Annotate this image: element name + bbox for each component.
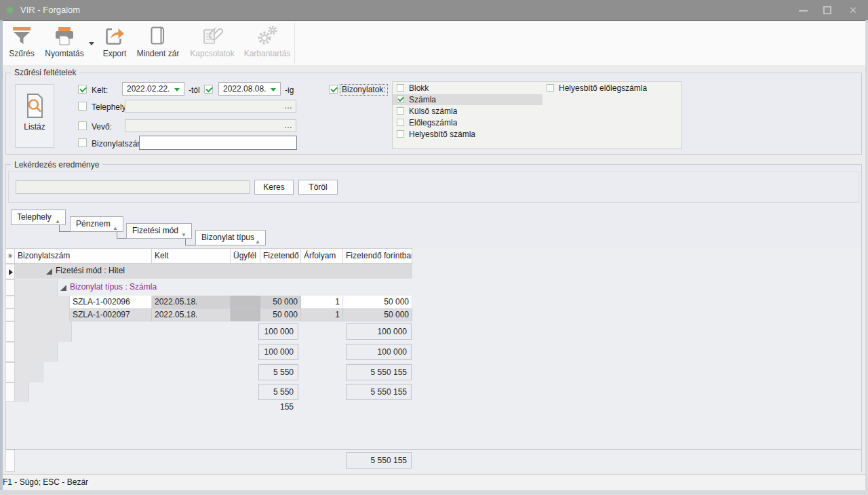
main-toolbar: Szűrés Nyomtatás Export Mindent xyxy=(0,20,868,65)
search-button[interactable]: Keres xyxy=(254,180,294,195)
cell-arfolyam[interactable]: 1 xyxy=(301,296,343,309)
status-bar: F1 - Súgó; ESC - Bezár xyxy=(0,474,868,490)
print-dropdown-arrow-icon[interactable] xyxy=(89,42,94,45)
export-button[interactable]: Export xyxy=(98,23,131,64)
date-from-value: 2022.02.22. xyxy=(127,84,170,94)
export-icon xyxy=(98,23,131,49)
grand-total-sum: 5 550 155 xyxy=(346,452,412,469)
group-indent xyxy=(15,309,70,321)
group-footer-sum: 100 000 xyxy=(258,344,298,360)
option-helyesbito-szamla-checkbox[interactable] xyxy=(397,130,404,138)
cell-arfolyam[interactable]: 1 xyxy=(301,309,343,321)
groupby-connector xyxy=(185,239,195,245)
row-indicator-cell xyxy=(5,296,15,309)
search-document-icon xyxy=(16,93,54,121)
telephely-checkbox[interactable] xyxy=(78,102,87,111)
column-header-kelt[interactable]: Kelt xyxy=(152,248,231,264)
bizonylatszam-checkbox[interactable] xyxy=(78,138,87,147)
to-suffix-label: -ig xyxy=(285,85,294,95)
clear-button[interactable]: Töröl xyxy=(298,180,338,195)
group-footer-sum: 5 550 155 xyxy=(258,364,298,380)
results-groupbox-title: Lekérdezés eredménye xyxy=(11,160,102,170)
ellipsis-button[interactable]: … xyxy=(284,120,293,132)
cell-forintban[interactable]: 50 000 xyxy=(343,296,412,309)
close-all-button[interactable]: Mindent zár xyxy=(134,23,182,64)
bizonylatok-checkbox[interactable] xyxy=(329,85,338,94)
toolbar-separator xyxy=(294,22,295,64)
kelt-label: Kelt: xyxy=(92,85,108,95)
groupby-penznem[interactable]: Pénznem ▲ xyxy=(70,216,123,232)
row-indicator-cell xyxy=(5,342,15,362)
minimize-button[interactable] xyxy=(799,10,808,12)
focused-row-arrow-icon xyxy=(9,269,13,275)
group-indent xyxy=(15,321,72,342)
groupby-connector xyxy=(117,232,126,239)
row-indicator-cell xyxy=(5,264,15,279)
ellipsis-button[interactable]: … xyxy=(284,100,293,112)
vevo-checkbox[interactable] xyxy=(78,121,87,130)
list-button[interactable]: Listáz xyxy=(15,84,54,148)
option-label[interactable]: Előlegszámla xyxy=(409,118,457,127)
filter-groupbox-title: Szűrési feltételek xyxy=(11,68,79,77)
bizonylatszam-label: Bizonylatszám: xyxy=(92,139,146,148)
column-header-fizetendo-forintban[interactable]: Fizetendő forintban xyxy=(343,248,412,264)
row-indicator-cell xyxy=(5,279,15,296)
book-icon xyxy=(134,23,182,49)
kelt-checkbox[interactable] xyxy=(78,85,87,94)
cell-forintban[interactable]: 50 000 xyxy=(343,309,412,321)
column-header-fizetendo[interactable]: Fizetendő xyxy=(260,248,301,264)
option-label[interactable]: Számla xyxy=(409,95,436,104)
bizonylatszam-input[interactable] xyxy=(139,136,297,150)
cell-bizonylatszam[interactable]: SZLA-1-002097 xyxy=(70,309,152,321)
group-row-caption: Bizonylat típus : Számla xyxy=(70,282,157,292)
date-from-combo[interactable]: 2022.02.22. xyxy=(122,82,184,96)
cell-kelt[interactable]: 2022.05.18. xyxy=(152,309,231,321)
group-footer-sum: 5 550 155 xyxy=(346,364,412,380)
groupby-telephely[interactable]: Telephely ▲ xyxy=(11,210,66,225)
option-kulso-szamla-checkbox[interactable] xyxy=(397,107,404,115)
option-label[interactable]: Blokk xyxy=(409,83,429,93)
option-blokk-checkbox[interactable] xyxy=(397,84,404,92)
cell-fizetendo[interactable]: 50 000 xyxy=(260,309,301,321)
option-label[interactable]: Helyesbítő előlegszámla xyxy=(559,83,647,93)
cell-bizonylatszam[interactable]: SZLA-1-002096 xyxy=(70,296,152,309)
gears-icon xyxy=(241,23,294,49)
printer-icon xyxy=(42,23,87,49)
option-elolegszamla-checkbox[interactable] xyxy=(397,119,404,126)
window-title: VIR - Forgalom xyxy=(20,5,80,15)
groupby-bizonylat-tipus[interactable]: Bizonylat típus ▲ xyxy=(195,230,266,245)
from-suffix-label: -tól xyxy=(189,85,200,95)
option-label[interactable]: Helyesbítő számla xyxy=(409,130,475,139)
window-left-border xyxy=(0,20,3,490)
telephely-field[interactable]: … xyxy=(125,100,296,113)
group-row-caption: Fizetési mód : Hitel xyxy=(56,266,125,275)
row-indicator-header-star-icon: ✳ xyxy=(5,248,15,264)
date-to-combo[interactable]: 2022.08.08. xyxy=(218,82,281,96)
row-indicator-cell xyxy=(5,382,15,402)
option-helyesbito-elolegszamla-checkbox[interactable] xyxy=(547,84,554,92)
grid-footer-separator xyxy=(6,449,861,450)
option-szamla-checkbox[interactable] xyxy=(397,96,404,103)
list-button-label: Listáz xyxy=(16,121,54,133)
cell-fizetendo[interactable]: 50 000 xyxy=(260,296,301,309)
group-indent xyxy=(15,382,29,402)
column-header-bizonylatszam[interactable]: Bizonylatszám xyxy=(15,248,152,264)
cell-ugyfel[interactable] xyxy=(231,309,260,321)
cell-ugyfel[interactable] xyxy=(231,296,260,309)
app-icon: ❋ xyxy=(6,5,14,16)
option-label[interactable]: Külső számla xyxy=(409,106,457,116)
kelt-to-checkbox[interactable] xyxy=(204,85,213,94)
row-indicator-cell xyxy=(5,362,15,382)
close-button[interactable]: × xyxy=(846,2,860,18)
search-input[interactable] xyxy=(16,180,250,194)
groupby-fizetesi-mod[interactable]: Fizetési mód ▼ xyxy=(126,223,192,239)
column-header-ugyfel[interactable]: Ügyfél xyxy=(231,248,260,264)
filter-button[interactable]: Szűrés xyxy=(5,23,38,64)
column-header-arfolyam[interactable]: Árfolyam xyxy=(301,248,343,264)
row-indicator-cell xyxy=(5,450,15,472)
window-bottom-border xyxy=(0,490,868,495)
vevo-field[interactable]: … xyxy=(125,119,296,132)
maximize-button[interactable] xyxy=(823,6,831,14)
cell-kelt[interactable]: 2022.05.18. xyxy=(152,296,231,309)
print-button[interactable]: Nyomtatás xyxy=(42,23,87,64)
